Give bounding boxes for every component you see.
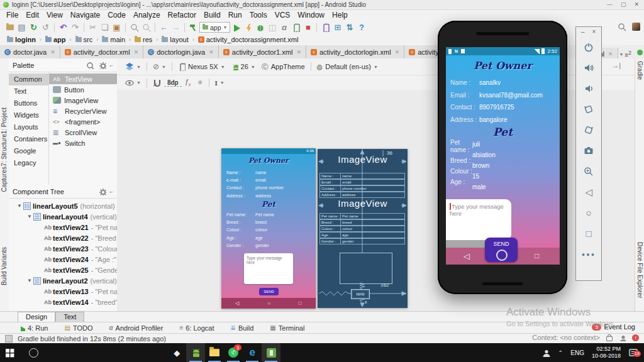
palette-category-common[interactable]: Common — [9, 74, 48, 85]
chevron-down-icon[interactable]: ▼ — [26, 214, 33, 219]
locale-select[interactable]: ◍Default (en-us)▼ — [314, 63, 381, 71]
indexing-person-icon[interactable] — [619, 334, 626, 341]
tab-doctor-java[interactable]: Cdoctor.java✕ — [0, 45, 60, 58]
taskbar-file-explorer-icon[interactable] — [205, 343, 224, 362]
tool-button-captures[interactable]: Captures — [1, 167, 8, 192]
tree-node-textview14[interactable]: AbtextView14- "breed" — [9, 297, 117, 307]
close-tab-icon[interactable]: ✕ — [296, 49, 301, 55]
tab-activity-doctor-xml[interactable]: ≡activity_doctor.xml✕ — [60, 45, 143, 58]
close-tab-icon[interactable]: ✕ — [608, 51, 613, 57]
guideline-icon[interactable]: I▼ — [212, 79, 228, 87]
tool-window-todo[interactable]: ▤TODO — [64, 324, 92, 332]
palette-item-recyclerview[interactable]: ≣RecyclerView — [49, 106, 117, 116]
tree-node-textview25[interactable]: AbtextView25- "Gende — [9, 265, 117, 275]
tree-node-textview23[interactable]: AbtextView23- "Colour — [9, 243, 117, 254]
cortana-button[interactable] — [24, 343, 43, 362]
find-in-path-icon[interactable] — [140, 22, 152, 33]
theme-select[interactable]: ⒸAppTheme — [258, 62, 308, 72]
tray-expand-icon[interactable]: ⌃ — [558, 349, 563, 356]
taskbar-whatsapp-icon[interactable]: ✆3 — [224, 343, 243, 362]
menu-view[interactable]: View — [43, 10, 67, 20]
save-icon[interactable]: ▤ — [16, 22, 28, 33]
tab-text[interactable]: Text — [55, 312, 84, 322]
palette-category-text[interactable]: Text — [9, 85, 48, 97]
emulator-zoom-icon[interactable] — [576, 161, 601, 182]
sdk-manager-icon[interactable]: ⊞ — [331, 22, 343, 33]
menu-help[interactable]: Help — [328, 10, 352, 20]
close-tab-icon[interactable]: ✕ — [209, 49, 214, 55]
clear-constraints-icon[interactable]: ƒx — [182, 78, 194, 87]
component-tree-minimize-icon[interactable]: ⌐ — [110, 189, 113, 195]
taskbar-android-studio-icon[interactable] — [186, 343, 205, 362]
tab-doctorlogin-java[interactable]: Cdoctorlogin.java✕ — [143, 45, 219, 58]
find-icon[interactable] — [128, 22, 140, 33]
breadcrumb-app[interactable]: app — [43, 36, 68, 43]
view-options-eye-icon[interactable]: ▼ — [122, 79, 144, 87]
palette-category-widgets[interactable]: Widgets — [9, 109, 48, 121]
menu-navigate[interactable]: Navigate — [67, 10, 104, 20]
paste-icon[interactable]: ▣ — [111, 22, 123, 33]
emulator-volume-up-icon[interactable] — [576, 57, 601, 78]
user-avatar[interactable] — [632, 23, 640, 31]
palette-settings-gear-icon[interactable] — [99, 62, 106, 69]
nav-home-icon[interactable] — [496, 250, 508, 261]
tree-node-textview21[interactable]: AbtextView21- "Pet na — [9, 222, 117, 233]
emulator-message-input[interactable]: Type your message here — [446, 199, 511, 240]
tool-window-run[interactable]: 4: Run — [19, 324, 48, 332]
search-everywhere-icon[interactable] — [618, 23, 626, 31]
close-window-icon[interactable]: ✕ — [634, 0, 639, 9]
close-tab-icon[interactable]: ✕ — [134, 49, 139, 55]
menu-build[interactable]: Build — [200, 10, 225, 20]
tree-node-textview13[interactable]: AbtextView13- "Pet na — [9, 286, 117, 297]
sync-icon[interactable]: ↻ — [28, 22, 40, 33]
tree-node-textview24[interactable]: AbtextView24- "Age :" — [9, 254, 117, 265]
menu-file[interactable]: File — [3, 10, 22, 20]
minimize-window-icon[interactable]: — — [607, 0, 613, 9]
blueprint-imageview-2[interactable]: ImageView — [318, 198, 408, 209]
tree-node-textview22[interactable]: AbtextView22- "Breed : — [9, 233, 117, 243]
emulator-minimize-icon[interactable]: – — [581, 28, 585, 35]
error-highlight-icon[interactable]: ! — [632, 334, 639, 341]
run-configuration-select[interactable]: app ▼ — [199, 22, 230, 33]
language-indicator[interactable]: ENG — [570, 349, 584, 356]
open-folder-icon[interactable] — [4, 22, 16, 33]
apply-changes-icon[interactable] — [242, 22, 254, 33]
tool-button-gradle[interactable]: Gradle — [636, 61, 643, 80]
default-margin-select[interactable]: 8dp — [164, 79, 182, 87]
tool-window-build[interactable]: ⇊Build — [231, 324, 254, 332]
menu-code[interactable]: Code — [104, 10, 130, 20]
tree-node-linearlayout5[interactable]: ▼linearLayout5(horizontal) — [9, 200, 117, 211]
menu-edit[interactable]: Edit — [22, 10, 43, 20]
tree-node-linearlayout4[interactable]: ▼linearLayout4(vertical) — [9, 211, 117, 222]
emulator-rotate-right-icon[interactable] — [576, 119, 601, 140]
emulator-home-icon[interactable]: ○ — [576, 202, 601, 223]
palette-category-containers[interactable]: Containers — [9, 133, 48, 145]
design-send-button[interactable]: SEND — [259, 288, 279, 295]
build-hammer-icon[interactable] — [187, 22, 199, 33]
component-tree-gear-icon[interactable] — [99, 188, 106, 195]
palette-minimize-icon[interactable]: ⌐ — [110, 62, 113, 69]
blueprint-imageview-1[interactable]: ImageView — [318, 154, 408, 165]
blueprint-preview-phone[interactable]: 36 ImageView Name :name Email :email Con… — [318, 149, 408, 308]
palette-category-legacy[interactable]: Legacy — [9, 157, 48, 169]
breadcrumb-layout[interactable]: layout — [160, 36, 190, 43]
palette-item-button[interactable]: Button — [49, 84, 117, 95]
emulator-send-button[interactable]: SEND — [485, 238, 518, 262]
menu-window[interactable]: Window — [294, 10, 328, 20]
profiler-icon[interactable]: ɑ — [278, 22, 290, 33]
menu-refactor[interactable]: Refactor — [164, 10, 200, 20]
tab-activity-doctor1-xml[interactable]: ≡activity_doctor1.xml✕ — [219, 45, 306, 58]
design-surface-select[interactable]: ▼ — [122, 62, 144, 71]
emulator-back-icon[interactable]: ◁ — [576, 182, 601, 202]
close-tab-icon[interactable]: ✕ — [395, 49, 400, 55]
infer-constraints-icon[interactable]: ✳ — [194, 79, 206, 87]
breadcrumb-file[interactable]: ≡activity_doctorassignment.xml — [196, 36, 301, 43]
close-tab-icon[interactable]: ✕ — [50, 49, 55, 55]
chevron-down-icon[interactable]: ▼ — [16, 203, 23, 209]
taskbar-clock[interactable]: 02:52 PM 10-08-2018 — [592, 346, 621, 360]
run-icon[interactable] — [230, 22, 242, 33]
attach-debugger-icon[interactable] — [290, 22, 302, 33]
copy-icon[interactable]: ❏ — [99, 22, 111, 33]
orientation-select[interactable]: ⊘▼ — [150, 62, 169, 71]
toggle-toolwindows-icon[interactable] — [5, 335, 13, 343]
